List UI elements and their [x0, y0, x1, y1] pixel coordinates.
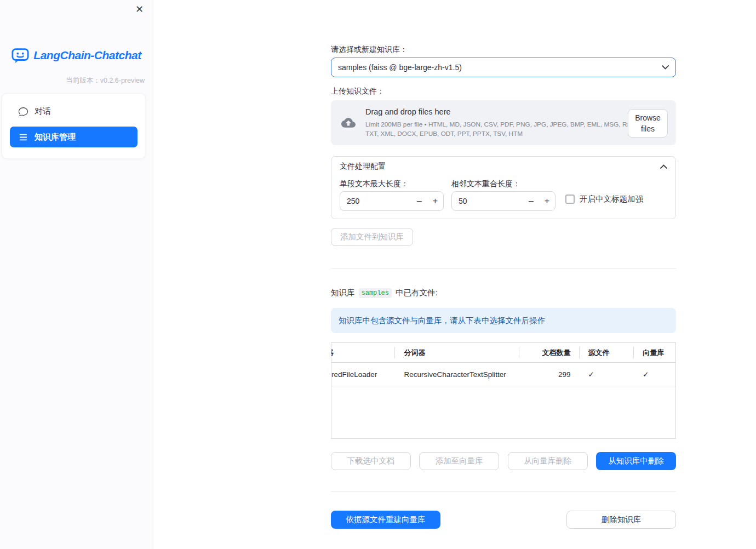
kb-select-label: 请选择或新建知识库：	[331, 45, 408, 55]
add-to-vectorstore-button[interactable]: 添加至向量库	[419, 452, 499, 470]
add-files-button[interactable]: 添加文件到知识库	[331, 228, 413, 246]
cell-loader: redFileLoader	[331, 363, 394, 386]
chevron-up-icon	[660, 164, 667, 169]
sidebar: ✕ LangChain-Chatchat 当前版本：v0.2.6-preview…	[0, 0, 153, 549]
menu-item-dialogue[interactable]: 对话	[10, 101, 138, 122]
chunk-size-value: 250	[340, 197, 411, 205]
dropzone-title: Drag and drop files here	[365, 107, 651, 116]
col-header-source[interactable]: 源文件	[579, 343, 634, 362]
sidebar-menu: 对话 知识库管理	[2, 93, 146, 159]
existing-files-heading: 知识库 samples 中已有文件:	[331, 288, 437, 298]
file-config-expander: 文件处理配置 单段文本最大长度： 250 – + 相邻文本重合长度： 50 – …	[331, 156, 676, 219]
kb-select-value: samples (faiss @ bge-large-zh-v1.5)	[338, 63, 462, 72]
existing-files-prefix: 知识库	[331, 288, 355, 298]
list-icon	[19, 133, 28, 142]
remove-from-vectorstore-button[interactable]: 从向量库删除	[508, 452, 588, 470]
delete-kb-button[interactable]: 删除知识库	[566, 511, 676, 529]
menu-item-label: 知识库管理	[35, 132, 76, 142]
zh-title-checkbox-row: 开启中文标题加强	[565, 194, 643, 204]
chunk-decrement-button[interactable]: –	[411, 196, 427, 206]
dropzone-types-text: TXT, XML, DOCX, EPUB, ODT, PPT, PPTX, TS…	[365, 129, 651, 138]
chunk-size-input[interactable]: 250 – +	[340, 191, 444, 211]
cell-vector-check: ✓	[633, 363, 675, 386]
overlap-size-input[interactable]: 50 – +	[451, 191, 555, 211]
table-actions: 下载选中文档 添加至向量库 从向量库删除 从知识库中删除	[331, 452, 676, 470]
download-selected-button[interactable]: 下载选中文档	[331, 452, 411, 470]
zh-title-checkbox[interactable]	[565, 195, 575, 204]
dropzone-limit-text: Limit 200MB per file • HTML, MD, JSON, C…	[365, 120, 651, 129]
logo-chat-icon	[12, 47, 29, 64]
version-text: 当前版本：v0.2.6-preview	[66, 76, 145, 85]
overlap-size-label: 相邻文本重合长度：	[451, 179, 520, 189]
existing-files-suffix: 中已有文件:	[396, 288, 438, 298]
table-row[interactable]: redFileLoader RecursiveCharacterTextSpli…	[331, 363, 675, 386]
chunk-size-label: 单段文本最大长度：	[340, 179, 409, 189]
kb-select[interactable]: samples (faiss @ bge-large-zh-v1.5)	[331, 58, 676, 77]
upload-label: 上传知识文件：	[331, 87, 385, 96]
main-content: 请选择或新建知识库： samples (faiss @ bge-large-zh…	[331, 0, 676, 549]
kb-name-code: samples	[359, 288, 392, 298]
version-prefix: 当前版本：	[66, 77, 100, 84]
menu-item-kb-management[interactable]: 知识库管理	[10, 127, 138, 147]
app-logo: LangChain-Chatchat	[0, 47, 153, 64]
cell-doc-count: 299	[519, 363, 579, 386]
info-banner-text: 知识库中包含源文件与向量库，请从下表中选择文件后操作	[339, 316, 545, 326]
col-header-doc-count[interactable]: 文档数量	[519, 343, 579, 362]
version-number: v0.2.6-preview	[100, 77, 145, 84]
overlap-increment-button[interactable]: +	[539, 196, 555, 206]
table-header-row: 器 分词器 文档数量 源文件 向量库	[331, 343, 675, 363]
sidebar-close-icon[interactable]: ✕	[135, 3, 144, 15]
col-header-vector[interactable]: 向量库	[633, 343, 675, 362]
chat-bubble-icon	[19, 107, 28, 116]
divider	[331, 491, 676, 491]
col-header-splitter[interactable]: 分词器	[394, 343, 519, 362]
overlap-size-value: 50	[452, 197, 523, 205]
delete-from-kb-button[interactable]: 从知识库中删除	[596, 452, 676, 470]
browse-files-button[interactable]: Browse files	[628, 109, 668, 138]
col-header-loader[interactable]: 器	[331, 343, 394, 362]
chevron-down-icon	[662, 65, 669, 70]
expander-title: 文件处理配置	[340, 162, 386, 171]
file-dropzone[interactable]: Drag and drop files here Limit 200MB per…	[331, 100, 676, 145]
file-table: 器 分词器 文档数量 源文件 向量库 redFileLoader Recursi…	[331, 342, 676, 439]
divider	[331, 268, 676, 268]
cell-splitter: RecursiveCharacterTextSplitter	[394, 363, 519, 386]
menu-item-label: 对话	[35, 106, 51, 117]
rebuild-vectorstore-button[interactable]: 依据源文件重建向量库	[331, 511, 440, 529]
info-banner: 知识库中包含源文件与向量库，请从下表中选择文件后操作	[331, 308, 676, 333]
zh-title-checkbox-label: 开启中文标题加强	[580, 194, 643, 204]
cell-source-check: ✓	[579, 363, 634, 386]
cloud-upload-icon	[339, 116, 358, 130]
expander-header[interactable]: 文件处理配置	[331, 157, 675, 176]
chunk-increment-button[interactable]: +	[427, 196, 443, 206]
overlap-decrement-button[interactable]: –	[523, 196, 539, 206]
logo-text: LangChain-Chatchat	[33, 49, 141, 62]
